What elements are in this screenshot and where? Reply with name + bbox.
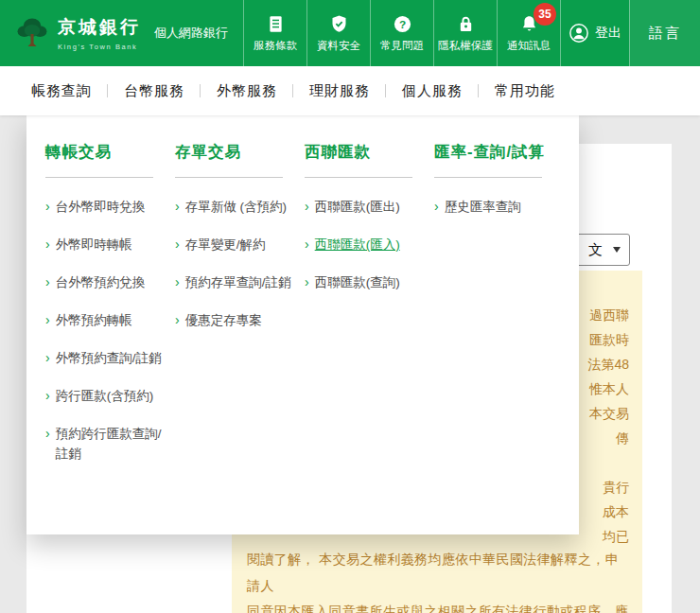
chevron-right-icon: ›	[434, 197, 439, 217]
menu-item-label: 歷史匯率查詢	[445, 197, 521, 217]
menu-item-label: 台外幣即時兌換	[56, 197, 146, 217]
nav-item-3[interactable]: 外幣服務	[201, 66, 293, 115]
menu-item-label: 存單變更/解約	[185, 235, 266, 254]
menu-item[interactable]: ›台外幣預約兌換	[45, 272, 175, 292]
chevron-right-icon: ›	[45, 386, 50, 406]
chevron-right-icon: ›	[45, 235, 50, 254]
menu-column-2: 存單交易›存單新做 (含預約)›存單變更/解約›預約存單查詢/註銷›優惠定存專案	[175, 142, 305, 534]
menu-item-label: 跨行匯款(含預約)	[56, 386, 154, 406]
logout-button[interactable]: 登出	[560, 0, 629, 66]
chevron-right-icon: ›	[175, 272, 180, 292]
nav-item-5[interactable]: 個人服務	[386, 66, 479, 115]
nav-item-2[interactable]: 台幣服務	[108, 66, 201, 115]
notifications-button[interactable]: 35 通知訊息	[497, 0, 560, 66]
bank-logo[interactable]: 京城銀行 King's Town Bank	[0, 0, 150, 66]
notification-badge: 35	[534, 3, 556, 26]
menu-item[interactable]: ›預約跨行匯款查詢/註銷	[45, 424, 175, 464]
privacy-label: 隱私權保護	[438, 39, 493, 53]
mega-menu: 轉帳交易›台外幣即時兌換›外幣即時轉帳›台外幣預約兌換›外幣預約轉帳›外幣預約查…	[26, 115, 579, 534]
notice-line: 閱讀了解， 本交易之權利義務均應依中華民國法律解釋之，申請人	[247, 547, 629, 599]
chevron-right-icon: ›	[45, 424, 50, 464]
menu-item-label: 西聯匯款(匯出)	[315, 197, 400, 217]
menu-column-1: 轉帳交易›台外幣即時兌換›外幣即時轉帳›台外幣預約兌換›外幣預約轉帳›外幣預約查…	[45, 142, 175, 534]
language-select-value: 文	[588, 241, 603, 259]
menu-column-4: 匯率-查詢/試算›歷史匯率查詢	[434, 142, 564, 534]
chevron-right-icon: ›	[305, 272, 309, 292]
divider	[175, 177, 283, 178]
chevron-right-icon: ›	[45, 272, 50, 292]
nav-item-6[interactable]: 常用功能	[479, 66, 571, 115]
menu-item[interactable]: ›預約存單查詢/註銷	[175, 272, 305, 292]
menu-item-label: 存單新做 (含預約)	[185, 197, 287, 217]
menu-item[interactable]: ›外幣預約查詢/註銷	[45, 348, 175, 368]
lock-icon	[456, 14, 476, 34]
menu-item-label: 台外幣預約兌換	[56, 272, 146, 292]
faq-label: 常見問題	[380, 39, 424, 53]
data-security-button[interactable]: 資料安全	[306, 0, 370, 66]
menu-item[interactable]: ›西聯匯款(匯出)	[305, 197, 434, 217]
app-header: 京城銀行 King's Town Bank 個人網路銀行 服務條款 資料安全 ?…	[0, 0, 700, 66]
chevron-right-icon: ›	[175, 310, 180, 330]
menu-item[interactable]: ›存單新做 (含預約)	[175, 197, 305, 217]
nav-item-4[interactable]: 理財服務	[293, 66, 386, 115]
menu-item[interactable]: ›西聯匯款(查詢)	[305, 272, 434, 292]
faq-button[interactable]: ? 常見問題	[370, 0, 433, 66]
menu-item-label: 外幣即時轉帳	[56, 235, 132, 254]
menu-item[interactable]: ›歷史匯率查詢	[434, 197, 564, 217]
tree-logo-icon	[13, 14, 51, 52]
menu-item-label: 預約跨行匯款查詢/註銷	[56, 424, 167, 464]
menu-item-label: 外幣預約轉帳	[56, 310, 132, 330]
chevron-down-icon	[613, 247, 621, 253]
menu-item[interactable]: ›外幣即時轉帳	[45, 235, 175, 254]
shield-icon	[329, 14, 349, 34]
menu-item[interactable]: ›西聯匯款(匯入)	[305, 235, 434, 254]
user-icon	[569, 23, 589, 44]
menu-column-title: 轉帳交易	[45, 142, 175, 163]
divider	[45, 177, 153, 178]
data-security-label: 資料安全	[317, 39, 360, 53]
privacy-button[interactable]: 隱私權保護	[433, 0, 497, 66]
divider	[305, 177, 412, 178]
menu-item-label: 優惠定存專案	[185, 310, 262, 330]
menu-item[interactable]: ›存單變更/解約	[175, 235, 305, 254]
chevron-right-icon: ›	[305, 197, 309, 217]
chevron-right-icon: ›	[175, 235, 180, 254]
document-icon	[266, 14, 286, 34]
menu-item[interactable]: ›外幣預約轉帳	[45, 310, 175, 330]
product-title: 個人網路銀行	[150, 0, 243, 66]
menu-column-3: 西聯匯款›西聯匯款(匯出)›西聯匯款(匯入)›西聯匯款(查詢)	[305, 142, 434, 534]
svg-text:?: ?	[398, 17, 405, 30]
question-icon: ?	[393, 14, 412, 34]
terms-label: 服務條款	[254, 39, 297, 53]
main-nav: 帳務查詢台幣服務外幣服務理財服務個人服務常用功能	[0, 66, 700, 115]
menu-item[interactable]: ›跨行匯款(含預約)	[45, 386, 175, 406]
menu-item-label: 預約存單查詢/註銷	[185, 272, 291, 292]
language-button[interactable]: 語言	[629, 0, 700, 66]
menu-item[interactable]: ›優惠定存專案	[175, 310, 305, 330]
menu-item-label: 西聯匯款(查詢)	[315, 272, 400, 292]
notifications-label: 通知訊息	[507, 39, 551, 53]
menu-column-title: 存單交易	[175, 142, 305, 163]
nav-item-1[interactable]: 帳務查詢	[15, 66, 108, 115]
chevron-right-icon: ›	[305, 235, 309, 254]
chevron-right-icon: ›	[45, 197, 50, 217]
terms-button[interactable]: 服務條款	[243, 0, 306, 66]
menu-item[interactable]: ›台外幣即時兌換	[45, 197, 175, 217]
menu-column-title: 西聯匯款	[305, 142, 434, 163]
menu-item-label: 西聯匯款(匯入)	[315, 235, 400, 254]
bank-name-en: King's Town Bank	[58, 43, 141, 51]
divider	[434, 177, 542, 178]
chevron-right-icon: ›	[175, 197, 180, 217]
bank-name: 京城銀行	[58, 15, 141, 40]
chevron-right-icon: ›	[45, 310, 50, 330]
menu-column-title: 匯率-查詢/試算	[434, 142, 564, 163]
menu-item-label: 外幣預約查詢/註銷	[56, 348, 162, 368]
notice-line: 同意因本匯入同意書所生或與之相關之所有法律行動或程序，應以	[247, 599, 629, 613]
chevron-right-icon: ›	[45, 348, 50, 368]
logout-label: 登出	[595, 25, 621, 42]
notice-paragraph: 閱讀了解， 本交易之權利義務均應依中華民國法律解釋之，申請人同意因本匯入同意書所…	[247, 547, 629, 613]
